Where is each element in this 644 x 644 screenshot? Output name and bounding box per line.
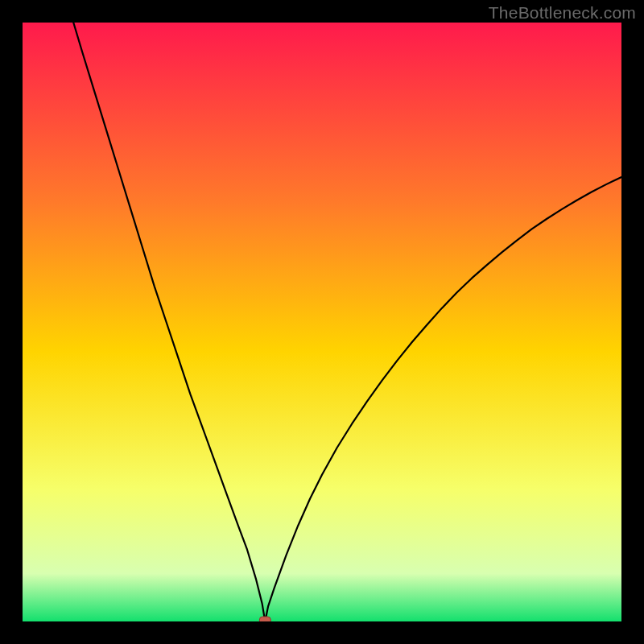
optimum-marker [259,617,270,621]
chart-frame: TheBottleneck.com [0,0,644,644]
plot-area [23,23,621,621]
watermark-text: TheBottleneck.com [489,3,636,23]
plot-svg [23,23,621,621]
gradient-background [23,23,621,621]
